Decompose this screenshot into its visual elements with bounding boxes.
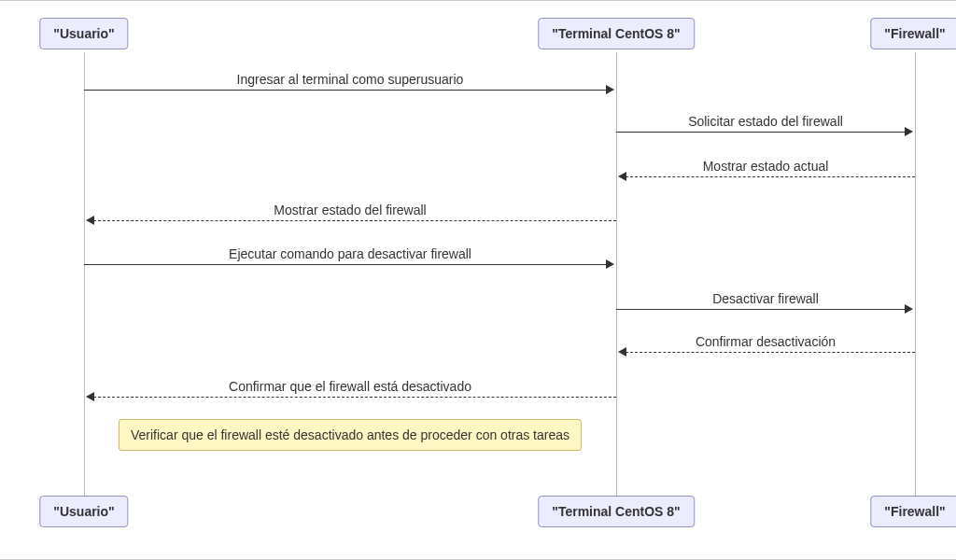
msg-arrow-6 bbox=[626, 352, 915, 353]
arrow-head-2 bbox=[618, 172, 626, 181]
msg-arrow-4 bbox=[84, 264, 607, 265]
msg-arrow-0 bbox=[84, 90, 607, 91]
msg-arrow-2 bbox=[626, 176, 915, 177]
sequence-diagram: "Usuario" "Terminal CentOS 8" "Firewall"… bbox=[0, 0, 956, 560]
actor-box-usuario-bottom: "Usuario" bbox=[39, 496, 128, 527]
arrow-head-4 bbox=[606, 259, 614, 269]
msg-label-3: Mostrar estado del firewall bbox=[274, 203, 426, 217]
msg-label-5: Desactivar firewall bbox=[712, 291, 819, 306]
lifeline-usuario bbox=[84, 52, 85, 496]
lifeline-terminal bbox=[616, 52, 617, 496]
actor-box-terminal-top: "Terminal CentOS 8" bbox=[538, 18, 695, 49]
arrow-head-7 bbox=[86, 392, 94, 401]
arrow-head-6 bbox=[618, 347, 626, 357]
msg-arrow-7 bbox=[93, 397, 616, 398]
arrow-head-5 bbox=[905, 304, 913, 314]
actor-box-terminal-bottom: "Terminal CentOS 8" bbox=[538, 496, 695, 527]
arrow-head-3 bbox=[86, 216, 94, 225]
arrow-head-1 bbox=[905, 127, 913, 136]
msg-label-1: Solicitar estado del firewall bbox=[688, 114, 843, 129]
msg-arrow-3 bbox=[93, 220, 616, 221]
lifeline-firewall bbox=[915, 52, 916, 496]
msg-arrow-5 bbox=[616, 309, 906, 310]
note-box: Verificar que el firewall esté desactiva… bbox=[119, 419, 582, 451]
msg-label-4: Ejecutar comando para desactivar firewal… bbox=[229, 246, 471, 261]
arrow-head-0 bbox=[606, 85, 614, 94]
actor-box-firewall-bottom: "Firewall" bbox=[870, 496, 956, 527]
msg-label-2: Mostrar estado actual bbox=[703, 159, 829, 174]
msg-label-7: Confirmar que el firewall está desactiva… bbox=[229, 379, 471, 394]
msg-label-0: Ingresar al terminal como superusuario bbox=[237, 72, 464, 87]
msg-arrow-1 bbox=[616, 132, 906, 133]
msg-label-6: Confirmar desactivación bbox=[696, 334, 836, 349]
actor-box-firewall-top: "Firewall" bbox=[870, 18, 956, 49]
actor-box-usuario-top: "Usuario" bbox=[39, 18, 128, 49]
